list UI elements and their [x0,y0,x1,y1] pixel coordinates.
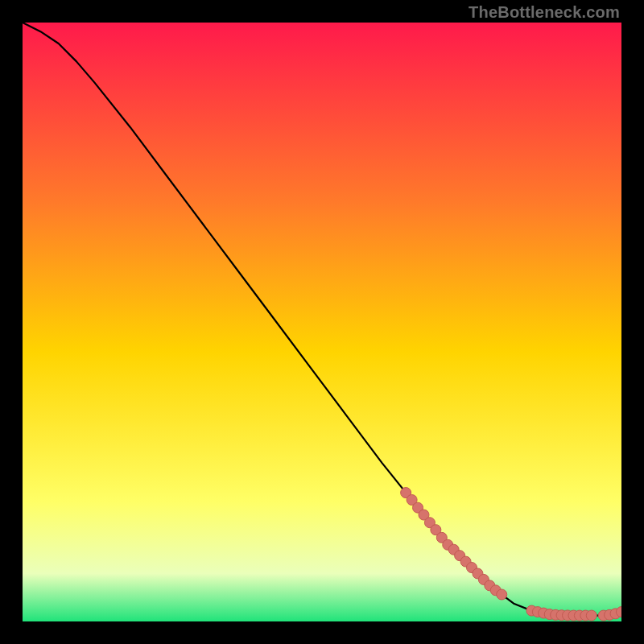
svg-rect-0 [23,23,621,621]
data-marker [586,610,597,621]
chart-svg [23,23,621,621]
data-marker [497,589,507,600]
plot-area [23,23,621,621]
watermark-text: TheBottleneck.com [469,3,620,22]
chart-frame: TheBottleneck.com [0,0,644,644]
